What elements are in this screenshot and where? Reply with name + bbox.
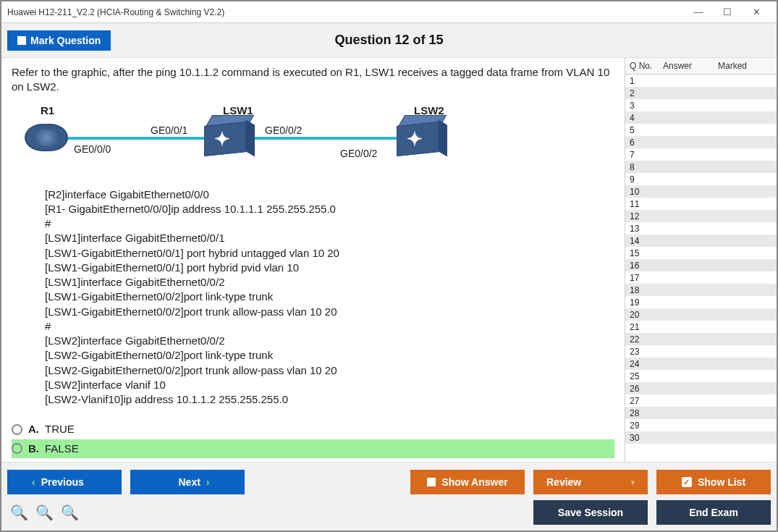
qlist-row[interactable]: 1 [625, 75, 777, 87]
qlist-row[interactable]: 10 [625, 185, 777, 198]
review-label: Review [546, 476, 581, 488]
question-counter: Question 12 of 15 [334, 33, 443, 48]
qlist-row[interactable]: 7 [625, 148, 777, 161]
answer-options: A. TRUE B. FALSE [12, 420, 614, 458]
bottom-bar: ‹ Previous Next › Show Answer Review ▾ ✓… [1, 462, 777, 531]
show-list-button[interactable]: ✓ Show List [656, 470, 771, 494]
col-answer: Answer [663, 61, 718, 71]
option-a[interactable]: A. TRUE [12, 420, 614, 439]
qlist-row[interactable]: 22 [625, 333, 777, 345]
qlist-row[interactable]: 17 [625, 271, 777, 284]
iface-ge000: GE0/0/0 [74, 143, 111, 156]
zoom-reset-icon[interactable]: 🔍 [35, 504, 54, 521]
r1-label: R1 [41, 104, 54, 118]
qlist-row[interactable]: 6 [625, 136, 777, 148]
next-label: Next [178, 476, 200, 488]
option-b-letter: B. [28, 442, 39, 456]
window-title: Huawei H12-211_V2.2 (HCIA-Routing & Swit… [7, 7, 684, 17]
zoom-out-icon[interactable]: 🔍 [61, 504, 79, 521]
network-diagram: R1 LSW1 LSW2 ✦ ✦ GE0/0/0 GE0/0/1 GE0/0/2… [22, 104, 456, 183]
review-button[interactable]: Review ▾ [533, 470, 648, 494]
question-list-panel: Q No. Answer Marked 12345678910111213141… [625, 58, 777, 462]
chevron-down-icon: ▾ [631, 478, 635, 486]
qlist-row[interactable]: 2 [625, 87, 777, 99]
qlist-row[interactable]: 29 [625, 419, 777, 431]
qlist-row[interactable]: 3 [625, 99, 777, 111]
end-exam-button[interactable]: End Exam [656, 500, 771, 525]
save-session-label: Save Session [558, 507, 623, 518]
switch-lsw1-icon: ✦ [204, 115, 255, 159]
qlist-row[interactable]: 11 [625, 198, 777, 210]
save-session-button[interactable]: Save Session [533, 500, 648, 525]
show-list-label: Show List [698, 476, 745, 488]
qlist-row[interactable]: 19 [625, 296, 777, 308]
show-answer-button[interactable]: Show Answer [410, 470, 525, 494]
qlist-row[interactable]: 5 [625, 124, 777, 136]
qlist-row[interactable]: 21 [625, 321, 777, 333]
qlist-body[interactable]: 1234567891011121314151617181920212223242… [625, 75, 777, 462]
qlist-row[interactable]: 30 [625, 431, 777, 444]
iface-ge002b: GE0/0/2 [340, 147, 377, 161]
qlist-row[interactable]: 14 [625, 235, 777, 247]
qlist-row[interactable]: 23 [625, 345, 777, 358]
box-icon [427, 478, 436, 486]
close-button[interactable]: ✕ [742, 2, 771, 22]
radio-icon-a [12, 424, 22, 435]
maximize-button[interactable]: ☐ [713, 2, 742, 22]
checkbox-icon [17, 36, 26, 45]
previous-label: Previous [41, 476, 84, 488]
qlist-row[interactable]: 25 [625, 370, 777, 382]
mark-question-button[interactable]: Mark Question [7, 30, 111, 51]
next-button[interactable]: Next › [130, 470, 245, 494]
col-marked: Marked [718, 61, 772, 71]
qlist-row[interactable]: 4 [625, 111, 777, 124]
chevron-right-icon: › [206, 476, 210, 488]
titlebar: Huawei H12-211_V2.2 (HCIA-Routing & Swit… [1, 1, 777, 23]
question-text: Refer to the graphic, after the ping 10.… [12, 65, 614, 95]
check-icon: ✓ [682, 477, 692, 487]
option-a-text: TRUE [45, 422, 75, 436]
zoom-in-icon[interactable]: 🔍 [10, 504, 28, 521]
end-exam-label: End Exam [689, 507, 738, 518]
qlist-row[interactable]: 12 [625, 210, 777, 222]
qlist-row[interactable]: 13 [625, 222, 777, 235]
iface-ge001: GE0/0/1 [151, 124, 187, 138]
qlist-row[interactable]: 20 [625, 308, 777, 321]
qlist-row[interactable]: 16 [625, 259, 777, 271]
qlist-row[interactable]: 18 [625, 284, 777, 296]
qlist-row[interactable]: 8 [625, 161, 777, 173]
question-content: Refer to the graphic, after the ping 10.… [1, 58, 625, 462]
mark-question-label: Mark Question [30, 35, 101, 46]
qlist-row[interactable]: 24 [625, 358, 777, 370]
radio-icon-b [12, 443, 22, 454]
qlist-header: Q No. Answer Marked [625, 58, 777, 75]
option-b[interactable]: B. FALSE [12, 439, 614, 458]
qlist-row[interactable]: 28 [625, 407, 777, 419]
show-answer-label: Show Answer [441, 476, 507, 488]
qlist-row[interactable]: 9 [625, 173, 777, 185]
minimize-button[interactable]: — [684, 2, 713, 22]
config-text: [R2]interface GigabitEthernet0/0/0 [R1- … [45, 187, 614, 408]
col-qno: Q No. [630, 61, 663, 71]
qlist-row[interactable]: 26 [625, 382, 777, 394]
header-bar: Mark Question Question 12 of 15 [1, 23, 777, 58]
option-a-letter: A. [28, 422, 39, 436]
router-icon [25, 124, 68, 151]
chevron-left-icon: ‹ [32, 476, 35, 488]
switch-lsw2-icon: ✦ [397, 115, 447, 159]
qlist-row[interactable]: 27 [625, 394, 777, 407]
previous-button[interactable]: ‹ Previous [7, 470, 122, 494]
qlist-row[interactable]: 15 [625, 247, 777, 259]
option-b-text: FALSE [45, 442, 79, 456]
iface-ge002a: GE0/0/2 [265, 124, 302, 138]
